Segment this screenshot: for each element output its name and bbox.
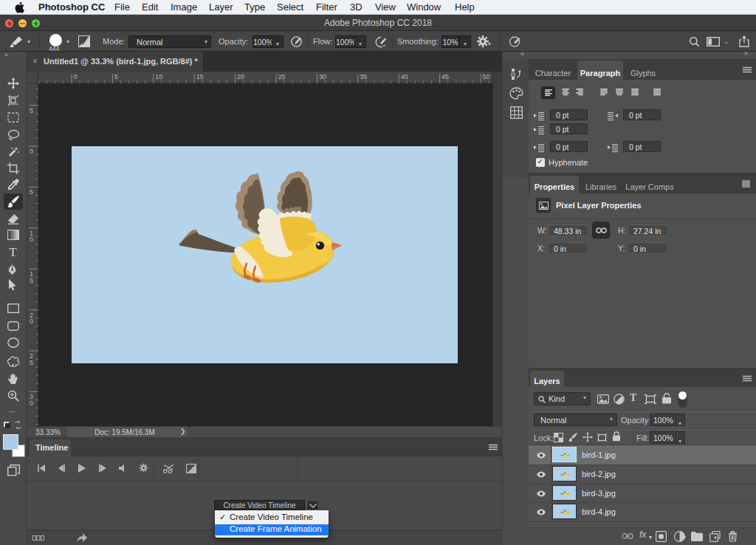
svg-text:5: 5 — [30, 359, 33, 366]
svg-text:0: 0 — [30, 400, 33, 407]
svg-text:0: 0 — [74, 73, 78, 80]
svg-text:25: 25 — [278, 73, 286, 80]
svg-text:20: 20 — [237, 73, 244, 80]
svg-text:T: T — [9, 246, 17, 258]
svg-text:35: 35 — [360, 73, 367, 80]
svg-text:0: 0 — [30, 148, 33, 155]
svg-text:15: 15 — [196, 73, 204, 80]
svg-text:30: 30 — [319, 73, 326, 80]
svg-text:0: 0 — [30, 236, 33, 243]
svg-text:50: 50 — [483, 73, 490, 80]
svg-text:5: 5 — [30, 277, 33, 284]
svg-text:5: 5 — [114, 73, 118, 80]
svg-text:0: 0 — [30, 318, 33, 325]
svg-text:45: 45 — [441, 73, 449, 80]
svg-text:5: 5 — [30, 188, 33, 196]
svg-text:10: 10 — [155, 73, 162, 80]
svg-text:5: 5 — [30, 107, 33, 114]
svg-text:40: 40 — [401, 73, 408, 80]
